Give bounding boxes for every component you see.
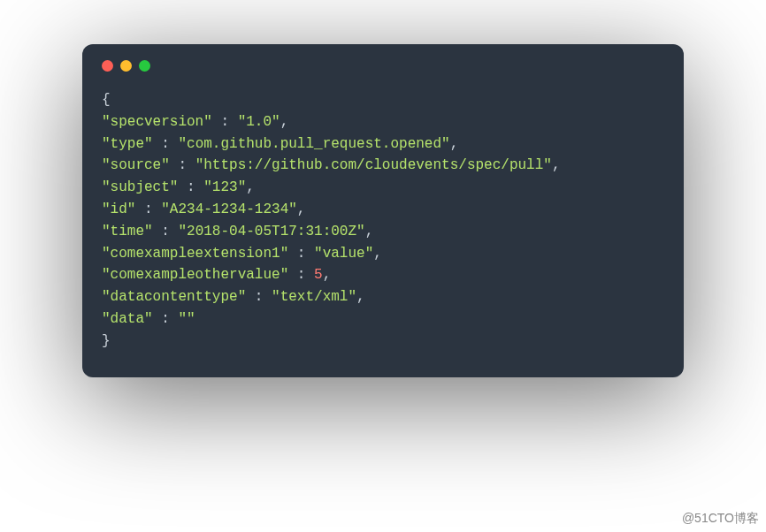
watermark-text: @51CTO博客 [682,511,759,527]
maximize-icon[interactable] [139,60,150,72]
code-block: { "specversion" : "1.0", "type" : "com.g… [102,89,664,353]
close-icon[interactable] [102,60,113,72]
terminal-window: { "specversion" : "1.0", "type" : "com.g… [82,44,684,377]
window-titlebar [102,60,664,72]
minimize-icon[interactable] [120,60,132,72]
terminal-window-wrapper: { "specversion" : "1.0", "type" : "com.g… [82,44,684,377]
